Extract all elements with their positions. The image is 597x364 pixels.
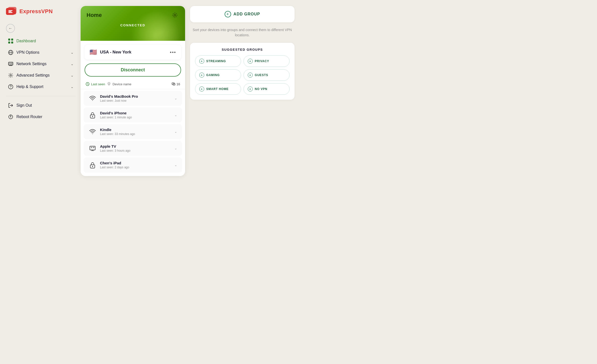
nav-vpn-label: VPN Options (16, 50, 39, 55)
device-name-header: Device name (107, 82, 169, 86)
disconnect-button[interactable]: Disconnect (85, 63, 181, 77)
advanced-chevron-icon: ⌄ (71, 73, 74, 77)
more-options-button[interactable]: ••• (170, 50, 176, 55)
nav-help-label: Help & Support (16, 85, 44, 89)
home-title: Home (87, 12, 102, 18)
devices-count-value: 16 (177, 82, 180, 86)
suggested-groups-title: SUGGESTED GROUPS (195, 48, 290, 51)
wifi-icon-macbook (89, 94, 97, 102)
lock-icon-ipad (89, 161, 97, 169)
nav-item-vpn-options[interactable]: VPN Options ⌄ (6, 47, 76, 58)
sort-hint-text: Sort your devices into groups and connec… (190, 27, 295, 38)
app-title: ExpressVPN (19, 8, 53, 15)
device-name-iphone: David's iPhone (100, 111, 171, 115)
device-info-kindle: Kindle Last seen: 33 minutes ago (100, 128, 171, 136)
svg-rect-6 (8, 39, 10, 41)
card-header: Home CONNECTED (81, 6, 185, 41)
nav-network-label: Network Settings (16, 62, 47, 66)
device-seen-ipad: Last seen: 2 days ago (100, 166, 171, 169)
group-guests-button[interactable]: + GUESTS (244, 69, 290, 81)
connected-status: CONNECTED (87, 23, 179, 27)
reboot-router-icon (8, 114, 13, 120)
location-flag: 🇺🇸 (90, 49, 97, 56)
devices-header: Last seen Device name 16 (81, 80, 185, 89)
sign-out-icon (8, 103, 13, 108)
sidebar-divider (6, 96, 76, 96)
svg-rect-27 (91, 147, 92, 148)
device-seen-appletv: Last seen: 3 hours ago (100, 149, 171, 152)
nav-item-network-settings[interactable]: Network Settings ⌄ (6, 59, 76, 69)
streaming-plus-icon: + (199, 59, 204, 64)
device-item-iphone[interactable]: David's iPhone Last seen: 1 minute ago ⌄ (84, 107, 182, 123)
no-vpn-plus-icon: + (248, 87, 253, 91)
nav-sign-out-label: Sign Out (16, 103, 32, 108)
device-seen-kindle: Last seen: 33 minutes ago (100, 132, 171, 136)
group-smart-home-button[interactable]: + SMART HOME (195, 83, 241, 95)
svg-point-31 (92, 166, 93, 167)
nav-reboot-label: Reboot Router (16, 115, 42, 119)
add-group-button[interactable]: + ADD GROUP (190, 6, 295, 22)
device-item-appletv[interactable]: Apple TV Last seen: 3 hours ago ⌄ (84, 141, 182, 156)
device-seen-macbook: Last seen: Just now (100, 99, 171, 102)
device-info-appletv: Apple TV Last seen: 3 hours ago (100, 144, 171, 152)
location-row[interactable]: 🇺🇸 USA - New York ••• (85, 45, 181, 60)
back-arrow-icon: ← (8, 26, 12, 31)
card-body: 🇺🇸 USA - New York ••• Disconnect Last se… (81, 41, 185, 176)
group-gaming-button[interactable]: + GAMING (195, 69, 241, 81)
svg-rect-26 (90, 146, 95, 150)
device-item-macbook[interactable]: David's MacBook Pro Last seen: Just now … (84, 91, 182, 106)
vpn-chevron-icon: ⌄ (71, 50, 74, 54)
back-button[interactable]: ← (6, 24, 15, 33)
gaming-plus-icon: + (199, 73, 204, 78)
nav-item-advanced-settings[interactable]: Advanced Settings ⌄ (6, 70, 76, 81)
groups-grid: + STREAMING + PRIVACY + GAMING + GUESTS … (195, 55, 290, 95)
add-group-plus-icon: + (225, 11, 231, 17)
streaming-label: STREAMING (206, 59, 226, 63)
device-name-label: Device name (112, 82, 131, 86)
devices-count: 16 (172, 82, 180, 86)
chevron-macbook-icon: ⌄ (174, 96, 177, 100)
device-seen-iphone: Last seen: 1 minute ago (100, 116, 171, 119)
chevron-kindle-icon: ⌄ (174, 130, 177, 134)
nav-advanced-label: Advanced Settings (16, 73, 50, 78)
help-support-icon (8, 84, 13, 90)
nav-item-dashboard[interactable]: Dashboard (6, 36, 76, 46)
device-info-iphone: David's iPhone Last seen: 1 minute ago (100, 111, 171, 119)
device-name-appletv: Apple TV (100, 144, 171, 148)
svg-rect-3 (8, 10, 12, 11)
privacy-plus-icon: + (248, 59, 253, 64)
nav-item-reboot-router[interactable]: Reboot Router (6, 112, 76, 122)
device-info-macbook: David's MacBook Pro Last seen: Just now (100, 94, 171, 102)
device-item-kindle[interactable]: Kindle Last seen: 33 minutes ago ⌄ (84, 124, 182, 139)
logo-area: ExpressVPN (6, 7, 76, 16)
gaming-label: GAMING (206, 73, 220, 77)
last-seen-header: Last seen (86, 82, 105, 86)
group-privacy-button[interactable]: + PRIVACY (244, 55, 290, 67)
svg-rect-7 (11, 39, 13, 41)
nav-dashboard-label: Dashboard (16, 39, 36, 43)
dashboard-icon (8, 38, 13, 44)
chevron-iphone-icon: ⌄ (174, 113, 177, 117)
group-streaming-button[interactable]: + STREAMING (195, 55, 241, 67)
nav-item-sign-out[interactable]: Sign Out (6, 100, 76, 111)
chevron-appletv-icon: ⌄ (174, 146, 177, 150)
device-name-macbook: David's MacBook Pro (100, 94, 171, 98)
sidebar: ExpressVPN ← Dashboard (6, 6, 76, 176)
guests-label: GUESTS (255, 73, 268, 77)
device-info-ipad: Chen's iPad Last seen: 2 days ago (100, 161, 171, 169)
svg-point-20 (174, 14, 176, 16)
device-item-ipad[interactable]: Chen's iPad Last seen: 2 days ago ⌄ (84, 157, 182, 173)
svg-point-25 (92, 116, 93, 117)
svg-point-17 (10, 88, 11, 88)
device-name-kindle: Kindle (100, 128, 171, 132)
settings-gear-button[interactable] (171, 11, 179, 19)
network-chevron-icon: ⌄ (71, 62, 74, 66)
device-name-ipad: Chen's iPad (100, 161, 171, 165)
nav-item-help-support[interactable]: Help & Support ⌄ (6, 82, 76, 92)
privacy-label: PRIVACY (255, 59, 269, 63)
expressvpn-logo-icon (6, 7, 17, 16)
vpn-options-icon (8, 50, 13, 55)
help-chevron-icon: ⌄ (71, 85, 74, 89)
group-no-vpn-button[interactable]: + NO VPN (244, 83, 290, 95)
add-group-label: ADD GROUP (234, 12, 260, 16)
